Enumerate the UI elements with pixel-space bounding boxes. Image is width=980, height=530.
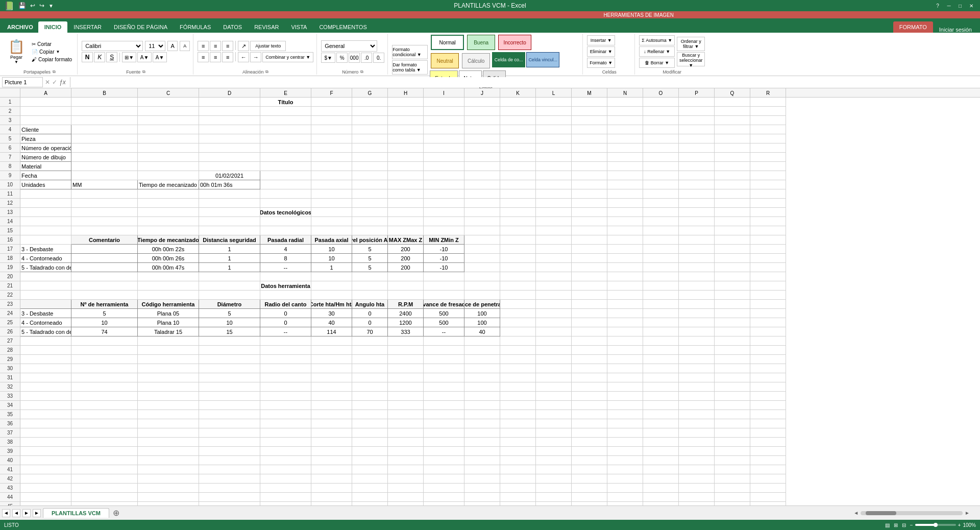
cell-N9[interactable] xyxy=(607,171,643,180)
cell-A43[interactable] xyxy=(20,484,71,493)
merge-center-btn[interactable]: Combinar y centrar ▼ xyxy=(262,52,313,62)
cell-M19[interactable] xyxy=(572,263,607,272)
col-header-O[interactable]: O xyxy=(643,88,679,98)
cell-K9[interactable] xyxy=(500,171,536,180)
cell-N20[interactable] xyxy=(607,272,643,281)
cell-I44[interactable] xyxy=(424,493,464,502)
cell-K6[interactable] xyxy=(500,143,536,153)
wrap-text-btn[interactable]: Ajustar texto xyxy=(250,41,286,51)
cell-I24[interactable]: 500 xyxy=(424,309,464,318)
cell-N1[interactable] xyxy=(607,98,643,107)
cell-D34[interactable] xyxy=(199,401,260,410)
cell-D39[interactable] xyxy=(199,447,260,456)
formula-cancel-btn[interactable]: ✕ xyxy=(45,79,50,86)
cell-A35[interactable] xyxy=(20,410,71,419)
cell-A13[interactable] xyxy=(20,208,71,217)
cell-D3[interactable] xyxy=(199,116,260,125)
cell-F36[interactable] xyxy=(311,419,352,428)
cell-C37[interactable] xyxy=(138,428,199,438)
cell-H30[interactable] xyxy=(388,364,424,373)
cell-H11[interactable] xyxy=(388,189,424,199)
cell-C15[interactable] xyxy=(138,226,199,235)
cell-B10[interactable]: MM xyxy=(71,180,138,189)
cell-G43[interactable] xyxy=(352,484,388,493)
cell-F7[interactable] xyxy=(311,153,352,162)
cell-A32[interactable] xyxy=(20,382,71,392)
cell-G35[interactable] xyxy=(352,410,388,419)
cell-D30[interactable] xyxy=(199,364,260,373)
cell-D7[interactable] xyxy=(199,153,260,162)
col-header-M[interactable]: M xyxy=(572,88,607,98)
col-header-F[interactable]: F xyxy=(311,88,352,98)
bold-btn[interactable]: N xyxy=(82,52,93,62)
cell-H20[interactable] xyxy=(388,272,424,281)
cell-J23[interactable]: Avance de penetración xyxy=(464,300,500,309)
cell-D37[interactable] xyxy=(199,428,260,438)
cell-B42[interactable] xyxy=(71,474,138,484)
cell-F26[interactable]: 114 xyxy=(311,327,352,336)
cell-I33[interactable] xyxy=(424,392,464,401)
cell-O38[interactable] xyxy=(643,438,679,447)
row-header-18[interactable]: 18 xyxy=(0,254,20,263)
copiar-btn[interactable]: 📄 Copiar ▼ xyxy=(30,49,74,55)
cell-P14[interactable] xyxy=(679,217,715,226)
cell-J32[interactable] xyxy=(464,382,500,392)
add-sheet-btn[interactable]: ⊕ xyxy=(111,508,121,518)
cell-F30[interactable] xyxy=(311,364,352,373)
cell-A45[interactable] xyxy=(20,502,71,505)
cell-B32[interactable] xyxy=(71,382,138,392)
cell-Q42[interactable] xyxy=(715,474,750,484)
cell-R42[interactable] xyxy=(750,474,786,484)
cell-N30[interactable] xyxy=(607,364,643,373)
cell-H44[interactable] xyxy=(388,493,424,502)
cell-H38[interactable] xyxy=(388,438,424,447)
cell-F29[interactable] xyxy=(311,355,352,364)
cell-B39[interactable] xyxy=(71,447,138,456)
cell-E10[interactable] xyxy=(260,180,311,189)
cell-O23[interactable] xyxy=(643,300,679,309)
cell-P18[interactable] xyxy=(679,254,715,263)
cell-B21[interactable] xyxy=(71,281,138,291)
cell-A36[interactable] xyxy=(20,419,71,428)
cell-R35[interactable] xyxy=(750,410,786,419)
cell-B22[interactable] xyxy=(71,291,138,300)
cell-D6[interactable] xyxy=(199,143,260,153)
cell-L2[interactable] xyxy=(536,107,572,116)
cell-M2[interactable] xyxy=(572,107,607,116)
cell-D8[interactable] xyxy=(199,162,260,171)
cell-R6[interactable] xyxy=(750,143,786,153)
cell-H37[interactable] xyxy=(388,428,424,438)
cell-N12[interactable] xyxy=(607,199,643,208)
cell-M4[interactable] xyxy=(572,125,607,134)
cell-Q1[interactable] xyxy=(715,98,750,107)
cell-C11[interactable] xyxy=(138,189,199,199)
cell-I40[interactable] xyxy=(424,456,464,465)
cell-J12[interactable] xyxy=(464,199,500,208)
alineacion-expand[interactable]: ⧉ xyxy=(265,69,268,75)
cell-G8[interactable] xyxy=(352,162,388,171)
view-page-break-btn[interactable]: ⊟ xyxy=(902,522,906,528)
cell-B40[interactable] xyxy=(71,456,138,465)
cell-N5[interactable] xyxy=(607,134,643,143)
cell-C27[interactable] xyxy=(138,336,199,346)
cell-P35[interactable] xyxy=(679,410,715,419)
cell-J26[interactable]: 40 xyxy=(464,327,500,336)
cell-Q15[interactable] xyxy=(715,226,750,235)
cell-D18[interactable]: 1 xyxy=(199,254,260,263)
cell-B31[interactable] xyxy=(71,373,138,382)
cell-M15[interactable] xyxy=(572,226,607,235)
cell-Q20[interactable] xyxy=(715,272,750,281)
cell-B13[interactable] xyxy=(71,208,138,217)
cell-O13[interactable] xyxy=(643,208,679,217)
cell-G14[interactable] xyxy=(352,217,388,226)
cell-N15[interactable] xyxy=(607,226,643,235)
cell-L16[interactable] xyxy=(536,235,572,245)
cell-O7[interactable] xyxy=(643,153,679,162)
cell-K5[interactable] xyxy=(500,134,536,143)
cell-B33[interactable] xyxy=(71,392,138,401)
cell-A3[interactable] xyxy=(20,116,71,125)
cell-E29[interactable] xyxy=(260,355,311,364)
cell-D5[interactable] xyxy=(199,134,260,143)
cell-H3[interactable] xyxy=(388,116,424,125)
cell-B38[interactable] xyxy=(71,438,138,447)
